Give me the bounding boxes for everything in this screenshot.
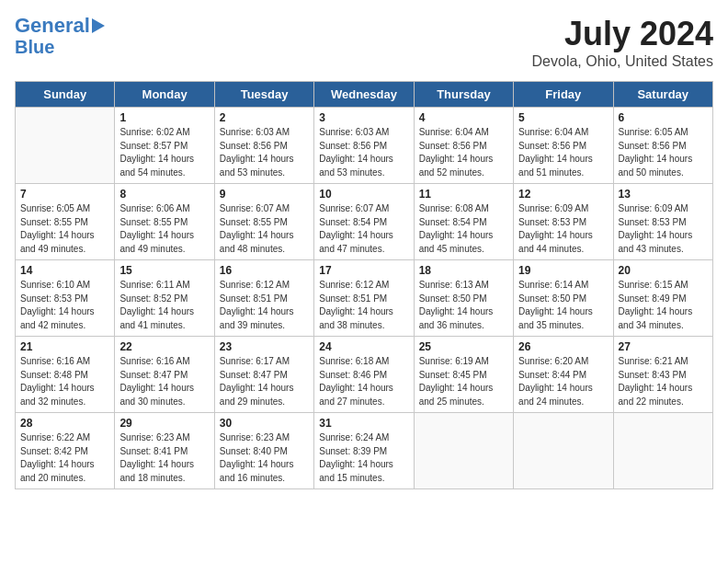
day-number: 12 <box>518 188 608 201</box>
calendar-day-cell: 11Sunrise: 6:08 AMSunset: 8:54 PMDayligh… <box>414 184 513 260</box>
calendar-day-cell: 2Sunrise: 6:03 AMSunset: 8:56 PMDaylight… <box>214 108 313 184</box>
calendar-day-cell: 30Sunrise: 6:23 AMSunset: 8:40 PMDayligh… <box>214 413 313 489</box>
day-info: Sunrise: 6:09 AMSunset: 8:53 PMDaylight:… <box>518 202 608 256</box>
day-info: Sunrise: 6:09 AMSunset: 8:53 PMDaylight:… <box>619 202 708 256</box>
page-title: July 2024 <box>532 15 713 53</box>
day-info: Sunrise: 6:10 AMSunset: 8:53 PMDaylight:… <box>20 279 109 332</box>
calendar-weekday-header: Thursday <box>414 82 513 108</box>
calendar-day-cell: 14Sunrise: 6:10 AMSunset: 8:53 PMDayligh… <box>16 260 115 337</box>
day-number: 18 <box>419 264 508 277</box>
day-number: 2 <box>220 111 309 124</box>
day-number: 17 <box>319 264 408 277</box>
calendar-week-row: 7Sunrise: 6:05 AMSunset: 8:55 PMDaylight… <box>16 184 713 260</box>
day-number: 1 <box>119 111 209 124</box>
page-subtitle: Devola, Ohio, United States <box>532 53 713 70</box>
calendar-weekday-header: Tuesday <box>214 82 313 108</box>
day-info: Sunrise: 6:23 AMSunset: 8:41 PMDaylight:… <box>119 431 209 485</box>
calendar-weekday-header: Wednesday <box>314 82 414 108</box>
calendar-day-cell: 21Sunrise: 6:16 AMSunset: 8:48 PMDayligh… <box>16 337 115 413</box>
calendar-day-cell: 8Sunrise: 6:06 AMSunset: 8:55 PMDaylight… <box>115 184 214 260</box>
page-header: General Blue July 2024 Devola, Ohio, Uni… <box>15 15 713 70</box>
calendar-day-cell: 29Sunrise: 6:23 AMSunset: 8:41 PMDayligh… <box>115 413 214 489</box>
day-number: 4 <box>419 111 508 124</box>
calendar-day-cell: 28Sunrise: 6:22 AMSunset: 8:42 PMDayligh… <box>16 413 115 489</box>
calendar-weekday-header: Saturday <box>613 82 712 108</box>
calendar-day-cell: 5Sunrise: 6:04 AMSunset: 8:56 PMDaylight… <box>514 108 613 184</box>
day-number: 31 <box>319 417 408 430</box>
calendar-day-cell: 9Sunrise: 6:07 AMSunset: 8:55 PMDaylight… <box>214 184 313 260</box>
day-number: 15 <box>119 264 209 277</box>
calendar-day-cell: 31Sunrise: 6:24 AMSunset: 8:39 PMDayligh… <box>314 413 414 489</box>
calendar-day-cell: 27Sunrise: 6:21 AMSunset: 8:43 PMDayligh… <box>613 337 712 413</box>
calendar-day-cell: 6Sunrise: 6:05 AMSunset: 8:56 PMDaylight… <box>613 108 712 184</box>
day-number: 25 <box>419 340 508 353</box>
day-number: 6 <box>619 111 708 124</box>
day-info: Sunrise: 6:16 AMSunset: 8:47 PMDaylight:… <box>119 355 209 408</box>
day-info: Sunrise: 6:14 AMSunset: 8:50 PMDaylight:… <box>518 279 608 332</box>
day-info: Sunrise: 6:21 AMSunset: 8:43 PMDaylight:… <box>619 355 708 408</box>
day-info: Sunrise: 6:03 AMSunset: 8:56 PMDaylight:… <box>319 126 408 179</box>
day-number: 20 <box>619 264 708 277</box>
day-info: Sunrise: 6:20 AMSunset: 8:44 PMDaylight:… <box>518 355 608 408</box>
day-info: Sunrise: 6:07 AMSunset: 8:55 PMDaylight:… <box>220 202 309 256</box>
calendar-day-cell: 17Sunrise: 6:12 AMSunset: 8:51 PMDayligh… <box>314 260 414 337</box>
day-number: 13 <box>619 188 708 201</box>
day-info: Sunrise: 6:04 AMSunset: 8:56 PMDaylight:… <box>419 126 508 179</box>
calendar-day-cell: 3Sunrise: 6:03 AMSunset: 8:56 PMDaylight… <box>314 108 414 184</box>
day-info: Sunrise: 6:12 AMSunset: 8:51 PMDaylight:… <box>319 279 408 332</box>
day-number: 14 <box>20 264 109 277</box>
calendar-week-row: 28Sunrise: 6:22 AMSunset: 8:42 PMDayligh… <box>16 413 713 489</box>
calendar-day-cell: 25Sunrise: 6:19 AMSunset: 8:45 PMDayligh… <box>414 337 513 413</box>
logo-arrow-icon <box>92 18 105 33</box>
day-number: 28 <box>20 417 109 430</box>
title-block: July 2024 Devola, Ohio, United States <box>532 15 713 70</box>
day-info: Sunrise: 6:08 AMSunset: 8:54 PMDaylight:… <box>419 202 508 256</box>
day-info: Sunrise: 6:03 AMSunset: 8:56 PMDaylight:… <box>220 126 309 179</box>
calendar-day-cell: 24Sunrise: 6:18 AMSunset: 8:46 PMDayligh… <box>314 337 414 413</box>
calendar-day-cell: 16Sunrise: 6:12 AMSunset: 8:51 PMDayligh… <box>214 260 313 337</box>
day-number: 27 <box>619 340 708 353</box>
day-info: Sunrise: 6:05 AMSunset: 8:56 PMDaylight:… <box>619 126 708 179</box>
day-info: Sunrise: 6:12 AMSunset: 8:51 PMDaylight:… <box>220 279 309 332</box>
day-info: Sunrise: 6:22 AMSunset: 8:42 PMDaylight:… <box>20 431 109 485</box>
calendar-day-cell: 23Sunrise: 6:17 AMSunset: 8:47 PMDayligh… <box>214 337 313 413</box>
calendar-day-cell: 7Sunrise: 6:05 AMSunset: 8:55 PMDaylight… <box>16 184 115 260</box>
day-info: Sunrise: 6:15 AMSunset: 8:49 PMDaylight:… <box>619 279 708 332</box>
calendar-day-cell: 20Sunrise: 6:15 AMSunset: 8:49 PMDayligh… <box>613 260 712 337</box>
calendar-day-cell: 15Sunrise: 6:11 AMSunset: 8:52 PMDayligh… <box>115 260 214 337</box>
day-info: Sunrise: 6:18 AMSunset: 8:46 PMDaylight:… <box>319 355 408 408</box>
day-number: 29 <box>119 417 209 430</box>
day-number: 23 <box>220 340 309 353</box>
calendar-weekday-header: Monday <box>115 82 214 108</box>
calendar-header-row: SundayMondayTuesdayWednesdayThursdayFrid… <box>16 82 713 108</box>
day-info: Sunrise: 6:17 AMSunset: 8:47 PMDaylight:… <box>220 355 309 408</box>
day-number: 9 <box>220 188 309 201</box>
logo-blue: Blue <box>15 37 54 57</box>
day-number: 5 <box>518 111 608 124</box>
calendar-day-cell: 10Sunrise: 6:07 AMSunset: 8:54 PMDayligh… <box>314 184 414 260</box>
calendar-day-cell: 18Sunrise: 6:13 AMSunset: 8:50 PMDayligh… <box>414 260 513 337</box>
day-number: 3 <box>319 111 408 124</box>
calendar-day-cell: 12Sunrise: 6:09 AMSunset: 8:53 PMDayligh… <box>514 184 613 260</box>
day-info: Sunrise: 6:02 AMSunset: 8:57 PMDaylight:… <box>119 126 209 179</box>
day-info: Sunrise: 6:06 AMSunset: 8:55 PMDaylight:… <box>119 202 209 256</box>
day-info: Sunrise: 6:05 AMSunset: 8:55 PMDaylight:… <box>20 202 109 256</box>
calendar-day-cell <box>613 413 712 489</box>
day-number: 26 <box>518 340 608 353</box>
day-number: 19 <box>518 264 608 277</box>
day-info: Sunrise: 6:13 AMSunset: 8:50 PMDaylight:… <box>419 279 508 332</box>
day-number: 7 <box>20 188 109 201</box>
day-number: 16 <box>220 264 309 277</box>
day-number: 11 <box>419 188 508 201</box>
day-info: Sunrise: 6:11 AMSunset: 8:52 PMDaylight:… <box>119 279 209 332</box>
calendar-weekday-header: Sunday <box>16 82 115 108</box>
day-info: Sunrise: 6:23 AMSunset: 8:40 PMDaylight:… <box>220 431 309 485</box>
day-number: 30 <box>220 417 309 430</box>
day-number: 10 <box>319 188 408 201</box>
day-info: Sunrise: 6:24 AMSunset: 8:39 PMDaylight:… <box>319 431 408 485</box>
day-number: 22 <box>119 340 209 353</box>
day-info: Sunrise: 6:04 AMSunset: 8:56 PMDaylight:… <box>518 126 608 179</box>
calendar-day-cell: 1Sunrise: 6:02 AMSunset: 8:57 PMDaylight… <box>115 108 214 184</box>
day-info: Sunrise: 6:07 AMSunset: 8:54 PMDaylight:… <box>319 202 408 256</box>
calendar-week-row: 14Sunrise: 6:10 AMSunset: 8:53 PMDayligh… <box>16 260 713 337</box>
